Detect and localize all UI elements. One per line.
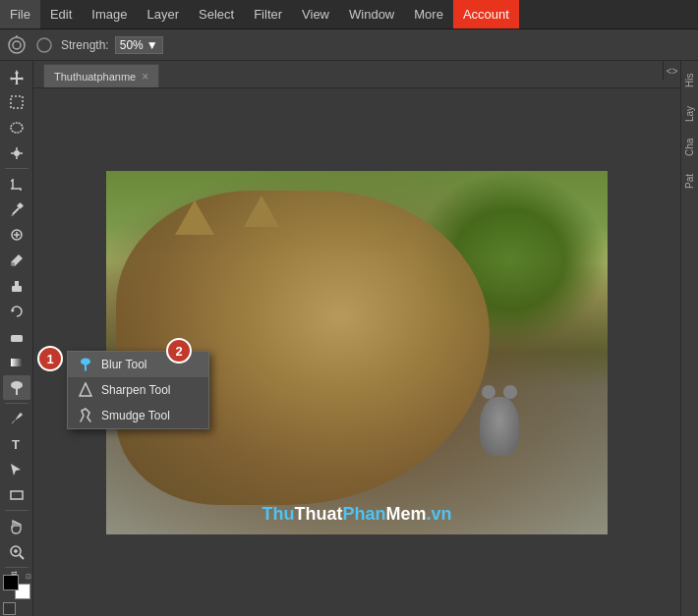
- menu-window[interactable]: Window: [339, 0, 404, 28]
- svg-point-0: [9, 37, 25, 53]
- swap-colors-icon: ⇄: [11, 569, 18, 578]
- svg-rect-29: [11, 491, 23, 499]
- smudge-tool-icon: [78, 408, 93, 423]
- marquee-tool-btn[interactable]: [3, 90, 30, 115]
- svg-rect-23: [11, 359, 23, 366]
- watermark-thu: Thu: [262, 504, 294, 524]
- brush-size-icon: [33, 34, 55, 56]
- lasso-tool-btn[interactable]: [3, 116, 30, 140]
- menu-view[interactable]: View: [292, 0, 339, 28]
- hand-tool-btn[interactable]: [3, 514, 30, 538]
- svg-point-18: [11, 262, 15, 266]
- panels-collapse-btn[interactable]: <>: [663, 61, 680, 81]
- svg-rect-25: [16, 388, 18, 395]
- color-reset-icon: ⊡: [26, 573, 31, 581]
- watermark-thuat: Thuat: [294, 504, 342, 524]
- strength-label: Strength:: [61, 38, 109, 52]
- quick-mask-icon[interactable]: [3, 602, 16, 615]
- menu-account[interactable]: Account: [453, 0, 519, 28]
- dropdown-arrow-icon: ▼: [146, 38, 158, 52]
- svg-point-6: [11, 123, 23, 133]
- tab-close-btn[interactable]: ×: [142, 70, 148, 84]
- blur-tool-label: Blur Tool: [101, 358, 146, 371]
- menu-edit[interactable]: Edit: [40, 0, 82, 28]
- annotation-2: 2: [166, 338, 192, 364]
- sharpen-tool-icon: [78, 382, 93, 398]
- eraser-btn[interactable]: [3, 324, 30, 349]
- svg-marker-28: [11, 464, 21, 476]
- svg-marker-36: [80, 383, 91, 396]
- svg-point-3: [37, 38, 51, 52]
- zoom-tool-btn[interactable]: [3, 539, 30, 564]
- eyedropper-btn[interactable]: [3, 197, 30, 222]
- layers-panel-tab[interactable]: Lay: [682, 98, 697, 130]
- menu-layer[interactable]: Layer: [138, 0, 190, 28]
- svg-point-11: [14, 150, 20, 156]
- options-bar: Strength: 50% ▼: [0, 29, 698, 61]
- menu-file[interactable]: File: [0, 0, 40, 28]
- svg-text:T: T: [12, 437, 20, 452]
- magic-wand-btn[interactable]: [3, 141, 30, 166]
- svg-marker-21: [12, 308, 15, 312]
- flyout-menu: 2 Blur Tool Sharpen Tool: [67, 351, 209, 429]
- blur-dodge-tool-btn[interactable]: [3, 375, 30, 400]
- svg-line-31: [20, 555, 24, 559]
- smudge-tool-label: Smudge Tool: [101, 409, 170, 422]
- menu-bar: File Edit Image Layer Select Filter View…: [0, 0, 698, 29]
- brush-tool-btn[interactable]: [3, 249, 30, 273]
- history-brush-btn[interactable]: [3, 300, 30, 324]
- tool-options-icon: [6, 34, 28, 56]
- menu-filter[interactable]: Filter: [244, 0, 292, 28]
- history-panel-tab[interactable]: His: [682, 65, 697, 96]
- blur-tool-icon: [78, 357, 93, 372]
- stamp-tool-btn[interactable]: [3, 274, 30, 299]
- menu-image[interactable]: Image: [82, 0, 137, 28]
- svg-rect-22: [11, 335, 23, 342]
- sharpen-tool-label: Sharpen Tool: [101, 383, 171, 397]
- gradient-btn[interactable]: [3, 350, 30, 374]
- watermark: ThuThuatPhanMem.vn: [262, 504, 451, 525]
- annotation-1: 1: [37, 346, 63, 371]
- watermark-phan: Phan: [342, 504, 385, 524]
- channels-panel-tab[interactable]: Cha: [682, 132, 697, 163]
- toolbar: T ⊡ ⇄: [0, 61, 33, 616]
- text-tool-btn[interactable]: T: [3, 432, 30, 457]
- sharpen-tool-item[interactable]: Sharpen Tool: [68, 377, 208, 403]
- photo-mouse: [480, 397, 519, 456]
- svg-line-26: [12, 420, 15, 423]
- color-picker[interactable]: ⊡ ⇄: [3, 575, 30, 599]
- svg-rect-35: [85, 364, 87, 371]
- paths-panel-tab[interactable]: Pat: [682, 165, 697, 196]
- svg-point-24: [11, 381, 23, 389]
- tab-bar: Thuthuatphanme ×: [33, 61, 680, 88]
- document-tab[interactable]: Thuthuatphanme ×: [43, 64, 159, 87]
- strength-dropdown[interactable]: 50% ▼: [115, 36, 163, 54]
- mouse-ear-left: [482, 385, 495, 399]
- mouse-ear-right: [503, 385, 517, 399]
- strength-value: 50%: [120, 38, 144, 52]
- heal-brush-btn[interactable]: [3, 223, 30, 248]
- menu-more[interactable]: More: [404, 0, 453, 28]
- svg-rect-20: [15, 281, 19, 287]
- pen-tool-btn[interactable]: [3, 407, 30, 431]
- cat-ear-left: [175, 200, 214, 235]
- tab-title: Thuthuatphanme: [54, 71, 136, 83]
- main-layout: T ⊡ ⇄ Thuthuatphanme: [0, 61, 698, 616]
- canvas-area: Thuthuatphanme ×: [33, 61, 680, 616]
- cat-ear-right: [244, 196, 279, 227]
- svg-point-34: [81, 359, 90, 365]
- quick-mode-icons: [3, 602, 30, 616]
- crop-tool-btn[interactable]: [3, 172, 30, 196]
- right-panel: His Lay Cha Pat: [680, 61, 698, 616]
- watermark-vn: .vn: [427, 504, 452, 524]
- shape-tool-btn[interactable]: [3, 483, 30, 508]
- smudge-tool-item[interactable]: Smudge Tool: [68, 403, 208, 428]
- collapse-icon: <>: [667, 66, 678, 77]
- svg-point-1: [13, 41, 21, 49]
- svg-marker-4: [10, 70, 24, 84]
- watermark-mem: Mem: [385, 504, 426, 524]
- path-select-btn[interactable]: [3, 458, 30, 482]
- menu-select[interactable]: Select: [189, 0, 244, 28]
- move-tool-btn[interactable]: [3, 65, 30, 89]
- svg-rect-5: [11, 96, 23, 108]
